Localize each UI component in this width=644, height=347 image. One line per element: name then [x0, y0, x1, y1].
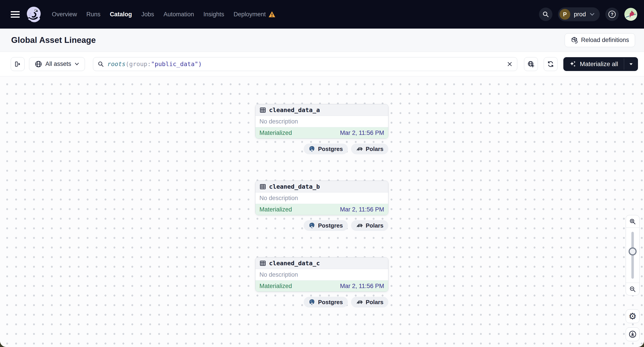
caret-down-icon — [628, 62, 634, 66]
close-icon — [507, 61, 512, 67]
table-icon — [260, 260, 266, 267]
asset-selection-input[interactable]: roots(group:"public_data") — [93, 57, 517, 71]
nav-links: Overview Runs Catalog Jobs Automation In… — [52, 11, 276, 18]
asset-name: cleaned_data_c — [269, 260, 320, 267]
table-icon — [260, 183, 266, 190]
polars-icon — [356, 146, 363, 152]
tag-postgres[interactable]: Postgres — [304, 220, 348, 231]
nav-item-catalog[interactable]: Catalog — [110, 11, 132, 18]
tag-label: Postgres — [318, 299, 343, 306]
tag-polars[interactable]: Polars — [351, 220, 388, 231]
nav-item-overview[interactable]: Overview — [52, 11, 77, 18]
nav-item-automation[interactable]: Automation — [164, 11, 194, 18]
lineage-canvas[interactable]: cleaned_data_a No description Materializ… — [0, 76, 644, 347]
zoom-control-group — [626, 215, 640, 296]
tag-postgres[interactable]: Postgres — [304, 144, 348, 154]
query-string: "public_data" — [151, 60, 198, 67]
query-function: roots — [108, 60, 126, 67]
nav-item-deployment[interactable]: Deployment — [234, 11, 276, 18]
global-search-button[interactable] — [539, 7, 552, 21]
help-icon: ? — [608, 10, 616, 18]
chevron-down-icon — [74, 62, 79, 66]
asset-selection-query[interactable]: roots(group:"public_data") — [108, 60, 503, 67]
open-left-panel-button[interactable] — [11, 57, 24, 71]
tag-polars[interactable]: Polars — [351, 144, 388, 154]
zoom-out-button[interactable] — [626, 283, 639, 295]
materialize-all-button[interactable]: Materialize all — [563, 57, 624, 71]
download-graph-button[interactable] — [626, 327, 640, 341]
page-header: Global Asset Lineage Reload definitions — [0, 28, 644, 52]
asset-name: cleaned_data_a — [269, 106, 320, 113]
user-avatar[interactable] — [624, 8, 637, 21]
asset-node-cleaned-data-a[interactable]: cleaned_data_a No description Materializ… — [255, 104, 388, 139]
clear-query-button[interactable] — [507, 61, 512, 67]
sparkles-icon — [569, 60, 577, 68]
postgres-icon — [308, 222, 315, 229]
zoom-in-icon — [629, 218, 636, 225]
tag-polars[interactable]: Polars — [351, 297, 388, 308]
hamburger-menu-icon[interactable] — [11, 10, 20, 19]
nav-right-cluster: P prod ? — [539, 7, 637, 21]
materialized-timestamp[interactable]: Mar 2, 11:56 PM — [340, 129, 384, 136]
asset-status-bar: Materialized Mar 2, 11:56 PM — [256, 204, 388, 215]
asset-node-header: cleaned_data_a — [256, 104, 388, 116]
asset-status-bar: Materialized Mar 2, 11:56 PM — [256, 127, 388, 138]
nav-item-deployment-label: Deployment — [234, 11, 266, 18]
warning-triangle-icon — [268, 11, 276, 18]
zoom-slider[interactable] — [626, 228, 639, 283]
materialized-timestamp[interactable]: Mar 2, 11:56 PM — [340, 283, 384, 290]
tag-label: Postgres — [318, 222, 343, 229]
deployment-switcher[interactable]: P prod — [558, 7, 600, 21]
asset-node-header: cleaned_data_c — [256, 258, 388, 269]
zoom-in-button[interactable] — [626, 215, 639, 228]
new-selection-button[interactable] — [524, 57, 538, 71]
zoom-out-icon — [629, 286, 636, 293]
dagster-app-window: Overview Runs Catalog Jobs Automation In… — [0, 0, 644, 347]
query-open-paren: ( — [126, 60, 129, 67]
materialized-status: Materialized — [260, 283, 292, 290]
asset-node-header: cleaned_data_b — [256, 181, 388, 192]
nav-item-jobs[interactable]: Jobs — [142, 11, 154, 18]
refresh-graph-button[interactable] — [544, 57, 558, 71]
nav-item-insights[interactable]: Insights — [203, 11, 224, 18]
open-panel-icon — [14, 61, 21, 67]
query-arg: group: — [129, 60, 151, 67]
page-title: Global Asset Lineage — [11, 35, 96, 45]
materialized-status: Materialized — [260, 206, 292, 213]
materialized-timestamp[interactable]: Mar 2, 11:56 PM — [340, 206, 384, 213]
materialize-all-label: Materialize all — [580, 60, 618, 68]
graph-settings-button[interactable]: ⚙ — [626, 309, 640, 323]
asset-name: cleaned_data_b — [269, 183, 320, 190]
postgres-icon — [308, 299, 315, 306]
reload-definitions-button[interactable]: Reload definitions — [565, 33, 635, 47]
postgres-icon — [308, 146, 315, 152]
nav-item-runs[interactable]: Runs — [86, 11, 100, 18]
asset-node-cleaned-data-c[interactable]: cleaned_data_c No description Materializ… — [255, 257, 388, 292]
dagster-logo-icon[interactable] — [26, 6, 42, 22]
refresh-icon — [547, 60, 554, 68]
asset-node-cleaned-data-b[interactable]: cleaned_data_b No description Materializ… — [255, 181, 388, 215]
asset-scope-dropdown[interactable]: All assets — [29, 57, 85, 71]
lineage-toolbar: All assets roots(group:"public_data") — [0, 52, 644, 76]
asset-status-bar: Materialized Mar 2, 11:56 PM — [256, 281, 388, 292]
tag-label: Polars — [366, 146, 384, 152]
materialize-options-button[interactable] — [624, 57, 638, 71]
download-icon — [628, 330, 637, 338]
asset-tags-row: Postgres Polars — [255, 220, 388, 231]
tag-postgres[interactable]: Postgres — [304, 297, 348, 308]
query-close-paren: ) — [198, 60, 202, 67]
svg-text:?: ? — [611, 12, 614, 17]
asset-description: No description — [256, 192, 388, 204]
materialized-status: Materialized — [260, 129, 292, 136]
polars-icon — [356, 299, 363, 305]
asset-tags-row: Postgres Polars — [255, 144, 388, 154]
search-icon — [542, 11, 549, 18]
reload-cube-icon — [571, 37, 578, 44]
help-button[interactable]: ? — [605, 7, 619, 21]
asset-tags-row: Postgres Polars — [255, 297, 388, 308]
asset-description: No description — [256, 269, 388, 281]
asset-scope-label: All assets — [45, 60, 71, 67]
globe-icon — [35, 60, 42, 68]
zoom-slider-knob[interactable] — [628, 247, 637, 256]
tag-label: Postgres — [318, 146, 343, 152]
